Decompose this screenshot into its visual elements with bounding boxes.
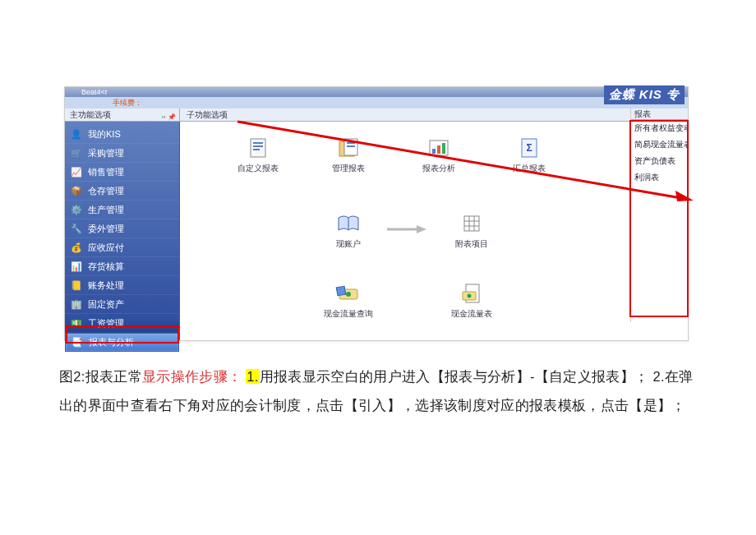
report-link-1[interactable]: 简易现金流量表	[631, 136, 688, 153]
tool-r3-1[interactable]: 现金流量表	[443, 282, 500, 320]
right-panel: 报表 所有者权益变动表简易现金流量表资产负债表利润表	[630, 108, 688, 322]
flow-arrow-icon	[385, 222, 426, 230]
panel-header-mid-text: 子功能选项	[187, 110, 228, 119]
sidebar-icon: 🛒	[70, 146, 83, 159]
sidebar-item-label: 我的KIS	[88, 128, 121, 141]
menubar-hint: 手续费：	[113, 99, 142, 107]
sidebar-item-4[interactable]: ⚙️生产管理	[65, 201, 179, 219]
svg-rect-10	[437, 145, 440, 154]
report-link-0[interactable]: 所有者权益变动表	[631, 120, 688, 136]
report-link-2[interactable]: 资产负债表	[631, 153, 688, 169]
book-icon	[334, 212, 362, 235]
panel-header-left: 主功能选项 ‹‹ 📌	[65, 108, 180, 122]
panel-headers: 主功能选项 ‹‹ 📌 子功能选项	[65, 108, 688, 122]
tool-label: 现金流量表	[443, 308, 500, 320]
svg-rect-11	[442, 143, 445, 154]
sidebar-item-11[interactable]: 📑报表与分析	[65, 333, 179, 352]
cash-icon	[334, 282, 362, 305]
sidebar-icon: 📦	[70, 184, 83, 197]
svg-text:Σ: Σ	[526, 142, 532, 154]
sidebar-icon: 📒	[70, 279, 83, 292]
tool-label: 现金流量查询	[320, 308, 377, 320]
sidebar-icon: 💰	[70, 241, 83, 254]
tool-label: 附表项目	[443, 238, 500, 250]
tool-label: 自定义报表	[229, 163, 287, 174]
sidebar-item-label: 固定资产	[88, 298, 124, 311]
tool-r1-0[interactable]: 自定义报表	[229, 136, 287, 174]
doc-icon	[244, 136, 272, 159]
right-panel-header: 报表	[631, 108, 688, 120]
menubar: 手续费：	[65, 97, 688, 108]
svg-rect-6	[347, 142, 355, 144]
titlebar: Beat4<r	[65, 87, 688, 97]
panel-header-mid: 子功能选项	[180, 108, 688, 122]
svg-rect-0	[251, 139, 265, 157]
tool-r2-1[interactable]: 附表项目	[443, 212, 500, 250]
tool-r3-0[interactable]: 现金流量查询	[320, 282, 377, 320]
svg-point-21	[346, 292, 351, 297]
sidebar-item-label: 采购管理	[88, 147, 124, 159]
svg-rect-2	[253, 145, 263, 147]
sidebar-item-label: 工资管理	[88, 317, 124, 330]
sidebar-icon: 💵	[70, 316, 83, 330]
sidebar-item-9[interactable]: 🏢固定资产	[65, 295, 179, 314]
caption-red: 显示操作步骤：	[142, 369, 242, 384]
svg-rect-9	[432, 149, 436, 154]
tool-r1-2[interactable]: 报表分析	[410, 136, 468, 174]
sidebar-item-0[interactable]: 👤我的KIS	[65, 125, 179, 144]
sidebar-item-1[interactable]: 🛒采购管理	[65, 144, 179, 163]
tool-r1-1[interactable]: 管理报表	[320, 136, 377, 174]
sidebar-item-2[interactable]: 📈销售管理	[65, 163, 179, 182]
svg-rect-1	[253, 142, 263, 144]
report-link-3[interactable]: 利润表	[631, 169, 688, 186]
sidebar-item-10[interactable]: 💵工资管理	[65, 314, 179, 333]
titlebar-text: Beat4<r	[81, 88, 108, 96]
app-screenshot: 金蝶 KIS 专 Beat4<r 手续费： 主功能选项 ‹‹ 📌 子功能选项 👤…	[64, 86, 689, 341]
folderdoc-icon	[334, 136, 362, 159]
sum-icon: Σ	[515, 136, 543, 159]
sidebar-item-label: 销售管理	[88, 166, 124, 178]
sidebar-item-7[interactable]: 📊存货核算	[65, 257, 179, 276]
sidebar-icon: 🏢	[70, 297, 83, 311]
sidebar-icon: 🔧	[70, 222, 83, 235]
svg-rect-15	[464, 216, 479, 231]
sidebar-icon: 👤	[70, 127, 83, 141]
tool-r1-3[interactable]: Σ汇总报表	[500, 136, 558, 174]
sidebar-item-3[interactable]: 📦仓存管理	[65, 182, 179, 201]
tool-r2-0[interactable]: 现账户	[320, 212, 377, 250]
cashsheet-icon	[458, 282, 486, 305]
caption-prefix: 图2:报表正常	[59, 369, 142, 384]
sidebar-item-6[interactable]: 💰应收应付	[65, 238, 179, 257]
sidebar: 👤我的KIS🛒采购管理📈销售管理📦仓存管理⚙️生产管理🔧委外管理💰应收应付📊存货…	[65, 122, 180, 340]
sidebar-item-label: 应收应付	[88, 242, 124, 254]
sidebar-item-label: 生产管理	[88, 204, 124, 216]
sidebar-icon: 📈	[70, 165, 83, 178]
sidebar-item-5[interactable]: 🔧委外管理	[65, 219, 179, 238]
brand-logo: 金蝶 KIS 专	[604, 85, 685, 104]
sidebar-icon: ⚙️	[70, 203, 83, 216]
content-area: 自定义报表管理报表报表分析Σ汇总报表现账户附表项目现金流量查询现金流量表	[180, 122, 688, 340]
caption-highlight: 1.	[246, 369, 259, 384]
svg-rect-7	[347, 145, 355, 147]
tool-label: 管理报表	[320, 163, 377, 174]
sidebar-item-8[interactable]: 📒账务处理	[65, 276, 179, 295]
sidebar-item-label: 仓存管理	[88, 185, 124, 197]
sidebar-item-label: 委外管理	[88, 223, 124, 235]
svg-rect-3	[253, 149, 260, 150]
sidebar-item-label: 账务处理	[88, 279, 124, 292]
sidebar-item-label: 存货核算	[88, 261, 124, 273]
chart-icon	[425, 136, 453, 159]
tool-label: 现账户	[320, 238, 377, 250]
tool-label: 报表分析	[410, 163, 468, 174]
grid-icon	[458, 212, 486, 235]
svg-rect-22	[336, 286, 346, 296]
svg-point-25	[468, 294, 472, 298]
sidebar-icon: 📑	[71, 336, 84, 349]
panel-header-left-text: 主功能选项	[70, 110, 111, 119]
sidebar-icon: 📊	[70, 260, 83, 273]
svg-marker-27	[417, 225, 426, 233]
sidebar-item-label: 报表与分析	[89, 336, 134, 348]
caption: 图2:报表正常显示操作步骤： 1.用报表显示空白的用户进入【报表与分析】-【自定…	[59, 362, 697, 421]
tool-label: 汇总报表	[500, 163, 558, 174]
